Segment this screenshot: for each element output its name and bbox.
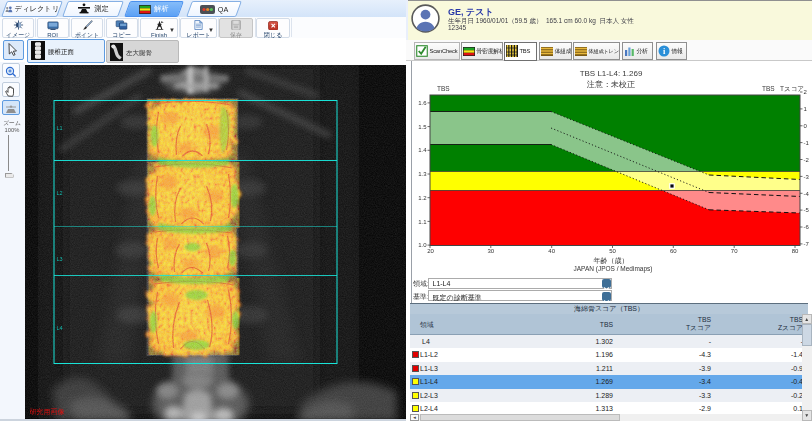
svg-text:1.4: 1.4 — [418, 147, 427, 153]
svg-text:研究用画像: 研究用画像 — [29, 408, 64, 416]
svg-text:70: 70 — [731, 248, 738, 254]
svg-text:30: 30 — [487, 248, 494, 254]
svg-text:60: 60 — [670, 248, 677, 254]
svg-text:1.0: 1.0 — [418, 242, 427, 248]
svg-text:L2: L2 — [56, 190, 62, 196]
svg-text:-4: -4 — [804, 191, 810, 197]
svg-text:20: 20 — [427, 248, 434, 254]
svg-text:1.3: 1.3 — [418, 171, 427, 177]
svg-text:年齢（歳）: 年齢（歳） — [594, 257, 629, 265]
svg-text:50: 50 — [609, 248, 616, 254]
svg-text:JAPAN (JPOS / Medimaps): JAPAN (JPOS / Medimaps) — [574, 265, 653, 273]
svg-text:40: 40 — [548, 248, 555, 254]
svg-text:-3: -3 — [804, 174, 810, 180]
svg-text:-1: -1 — [804, 140, 810, 146]
svg-text:-7: -7 — [804, 241, 810, 247]
svg-text:注意：未校正: 注意：未校正 — [586, 80, 635, 89]
svg-text:2: 2 — [804, 89, 808, 95]
svg-text:L4: L4 — [56, 325, 62, 331]
svg-text:-5: -5 — [804, 207, 810, 213]
svg-text:1.5: 1.5 — [418, 124, 427, 130]
svg-text:TBS Tスコア: TBS Tスコア — [762, 85, 804, 92]
svg-text:1.1: 1.1 — [418, 219, 427, 225]
svg-text:1.2: 1.2 — [418, 195, 427, 201]
svg-text:80: 80 — [792, 248, 799, 254]
svg-text:L3: L3 — [56, 256, 62, 262]
svg-text:-2: -2 — [804, 157, 810, 163]
svg-text:L1: L1 — [56, 125, 62, 131]
svg-text:0: 0 — [804, 123, 808, 129]
svg-text:1.6: 1.6 — [418, 100, 427, 106]
svg-text:-6: -6 — [804, 224, 810, 230]
svg-text:1: 1 — [804, 106, 808, 112]
svg-text:TBS L1-L4: 1.269: TBS L1-L4: 1.269 — [580, 69, 643, 78]
svg-text:TBS: TBS — [437, 85, 450, 92]
